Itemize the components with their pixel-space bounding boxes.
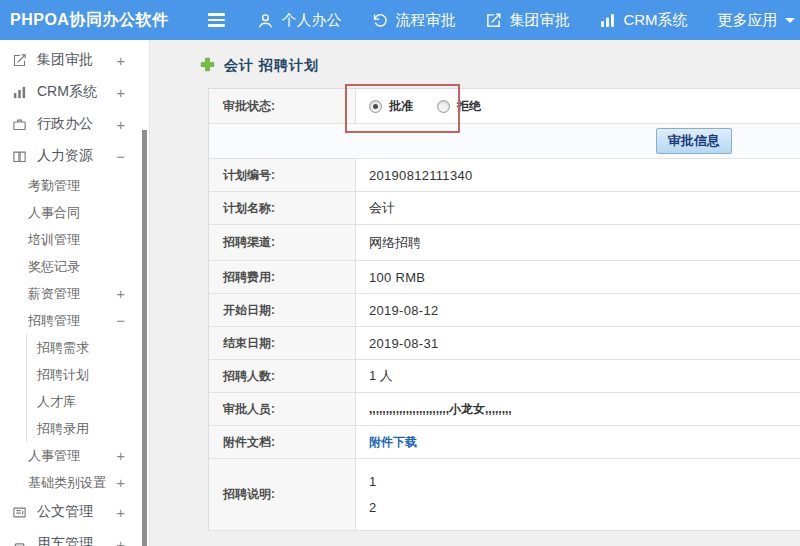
sidebar-item-recruit-demand[interactable]: 招聘需求 (27, 334, 149, 361)
page-title-row: 会计 招聘计划 (200, 55, 800, 77)
sidebar-item-personnel[interactable]: 人事管理 + (0, 442, 149, 469)
hamburger-menu-icon[interactable] (208, 13, 225, 27)
edit-icon (12, 53, 28, 68)
nav-label: 流程审批 (395, 11, 455, 30)
nav-process-approval[interactable]: 流程审批 (371, 11, 455, 30)
form-row-cost: 招聘费用: 100 RMB (209, 261, 800, 294)
sidebar-item-label: 人才库 (37, 393, 76, 411)
expand-toggle[interactable]: + (116, 117, 125, 132)
field-value: 网络招聘 (356, 225, 800, 260)
nav-label: CRM系统 (623, 11, 687, 30)
expand-toggle[interactable]: + (116, 448, 125, 463)
sidebar-item-crm[interactable]: CRM系统 + (0, 76, 149, 108)
field-label: 结束日期: (209, 327, 356, 359)
field-label: 附件文档: (209, 426, 356, 458)
field-value: 100 RMB (356, 261, 800, 293)
sidebar-item-hr-contract[interactable]: 人事合同 (0, 199, 149, 226)
nav-label: 集团审批 (509, 11, 569, 30)
sidebar-item-recruit-hire[interactable]: 招聘录用 (27, 415, 149, 442)
plus-icon (200, 57, 215, 76)
sidebar-item-base-category[interactable]: 基础类别设置 + (0, 469, 149, 496)
sidebar-item-documents[interactable]: 公文管理 + (0, 496, 149, 528)
form-row-plan-name: 计划名称: 会计 (209, 192, 800, 225)
radio-approve[interactable]: 批准 (369, 98, 413, 115)
app-logo: PHPOA协同办公软件 (0, 10, 168, 31)
expand-toggle[interactable]: + (116, 85, 125, 100)
description-line: 2 (369, 500, 376, 515)
edit-icon (485, 12, 502, 29)
sidebar-item-label: 薪资管理 (28, 285, 80, 303)
sidebar-item-label: 行政办公 (37, 115, 93, 133)
sidebar-item-recruit-plan[interactable]: 招聘计划 (27, 361, 149, 388)
sidebar-item-admin-office[interactable]: 行政办公 + (0, 108, 149, 140)
form-row-actions: 审批信息 (209, 124, 800, 159)
field-label: 审批人员: (209, 393, 356, 425)
nav-label: 更多应用 (718, 11, 778, 30)
field-value: 2019-08-12 (356, 294, 800, 326)
nav-more-apps[interactable]: 更多应用 (718, 11, 795, 30)
recruitment-submenu: 招聘需求 招聘计划 人才库 招聘录用 (26, 334, 149, 442)
approval-info-button[interactable]: 审批信息 (656, 128, 732, 154)
attachment-download-link[interactable]: 附件下载 (369, 434, 417, 451)
description-line: 1 (369, 474, 376, 489)
sidebar-item-talent-pool[interactable]: 人才库 (27, 388, 149, 415)
form-row-channel: 招聘渠道: 网络招聘 (209, 225, 800, 261)
sidebar-item-hr[interactable]: 人力资源 − (0, 140, 149, 172)
sidebar-item-label: 奖惩记录 (28, 258, 80, 276)
nav-crm-system[interactable]: CRM系统 (599, 11, 687, 30)
sidebar-item-label: 人力资源 (37, 147, 93, 165)
expand-toggle[interactable]: + (116, 53, 125, 68)
sidebar-item-recruitment[interactable]: 招聘管理 − (0, 307, 149, 334)
car-icon (12, 537, 28, 546)
sidebar-item-label: 用车管理 (37, 535, 93, 546)
sidebar-item-label: 招聘录用 (37, 420, 89, 438)
expand-toggle[interactable]: + (116, 475, 125, 490)
document-icon (12, 505, 28, 520)
form-row-description: 招聘说明: 1 2 (209, 459, 800, 531)
field-value: 1 人 (356, 360, 800, 392)
sidebar-item-salary[interactable]: 薪资管理 + (0, 280, 149, 307)
nav-group-approval[interactable]: 集团审批 (485, 11, 569, 30)
field-label: 招聘说明: (209, 459, 356, 530)
expand-toggle[interactable]: + (116, 505, 125, 520)
bar-chart-icon (12, 85, 28, 100)
main-content: 会计 招聘计划 审批状态: 批准 拒绝 (150, 40, 800, 546)
form-row-approvers: 审批人员: ,,,,,,,,,,,,,,,,,,,,,,,,小龙女,,,,,,,… (209, 393, 800, 426)
nav-label: 个人办公 (281, 11, 341, 30)
field-value: 会计 (356, 192, 800, 224)
field-label: 计划名称: (209, 192, 356, 224)
sidebar-item-label: 基础类别设置 (28, 474, 106, 492)
field-label: 招聘渠道: (209, 225, 356, 260)
sidebar-scrollbar[interactable] (142, 130, 147, 546)
radio-approve-icon[interactable] (369, 100, 382, 113)
collapse-toggle[interactable]: − (116, 149, 125, 164)
sidebar-item-label: 集团审批 (37, 51, 93, 69)
sidebar-item-vehicle[interactable]: 用车管理 + (0, 528, 149, 546)
expand-toggle[interactable]: + (116, 537, 125, 546)
sidebar-item-training[interactable]: 培训管理 (0, 226, 149, 253)
field-value: 2019-08-31 (356, 327, 800, 359)
sidebar-item-label: 培训管理 (28, 231, 80, 249)
collapse-toggle[interactable]: − (116, 313, 125, 328)
field-label: 审批状态: (209, 89, 356, 123)
form-row-start-date: 开始日期: 2019-08-12 (209, 294, 800, 327)
sidebar-item-label: CRM系统 (37, 83, 97, 101)
radio-reject-icon[interactable] (437, 100, 450, 113)
app-window: PHPOA协同办公软件 个人办公 流程审批 集团审批 (0, 0, 800, 546)
nav-personal-office[interactable]: 个人办公 (257, 11, 341, 30)
sidebar-item-label: 招聘计划 (37, 366, 89, 384)
page-title: 会计 招聘计划 (224, 57, 319, 75)
recruit-plan-form: 审批状态: 批准 拒绝 审批信息 (208, 88, 800, 531)
sidebar-item-group-approval[interactable]: 集团审批 + (0, 44, 149, 76)
person-icon (257, 12, 274, 29)
field-label: 开始日期: (209, 294, 356, 326)
radio-reject[interactable]: 拒绝 (437, 98, 481, 115)
sidebar-item-attendance[interactable]: 考勤管理 (0, 172, 149, 199)
top-nav: 个人办公 流程审批 集团审批 CRM系统 更多应用 (257, 11, 794, 30)
book-icon (12, 149, 28, 164)
expand-toggle[interactable]: + (116, 286, 125, 301)
sidebar-item-label: 招聘管理 (28, 312, 80, 330)
field-label: 招聘费用: (209, 261, 356, 293)
caret-down-icon (785, 18, 795, 23)
sidebar-item-rewards[interactable]: 奖惩记录 (0, 253, 149, 280)
